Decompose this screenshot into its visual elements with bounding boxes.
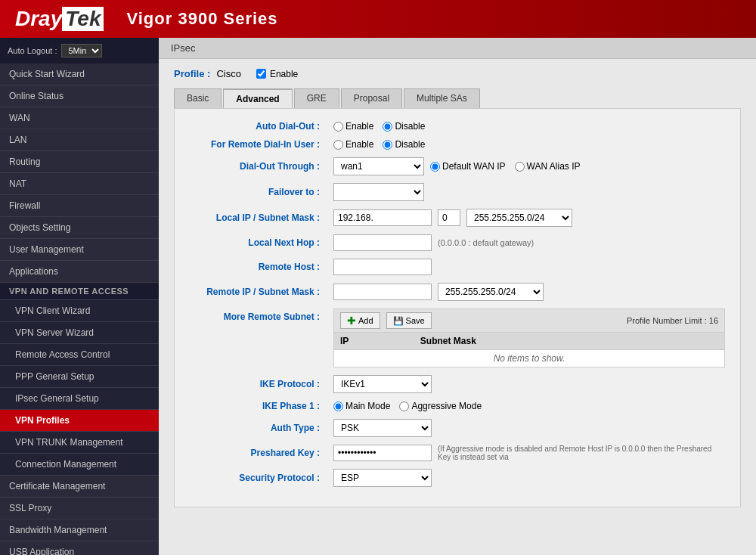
subnet-toolbar-left: ✚ Add 💾 Save xyxy=(340,312,432,329)
security-protocol-select[interactable]: ESP xyxy=(333,469,432,487)
logo-dray: Dray xyxy=(15,7,62,31)
remote-dial-in-disable-label: Disable xyxy=(395,139,425,150)
sidebar-item-lan[interactable]: LAN xyxy=(0,129,159,151)
tab-advanced[interactable]: Advanced xyxy=(223,88,292,108)
row-security-protocol: Security Protocol : ESP xyxy=(190,469,725,487)
dial-out-through-select[interactable]: wan1 xyxy=(333,157,424,175)
auto-dial-out-enable-radio[interactable] xyxy=(333,122,343,132)
header: DrayTek Vigor 3900 Series xyxy=(0,0,756,38)
sidebar-item-ssl-proxy[interactable]: SSL Proxy xyxy=(0,498,159,519)
row-failover: Failover to : xyxy=(190,183,725,201)
local-ip-field[interactable] xyxy=(333,209,432,226)
add-label: Add xyxy=(358,316,373,325)
sidebar-item-remote-access-control[interactable]: Remote Access Control xyxy=(0,344,159,366)
row-ike-phase1: IKE Phase 1 : Main Mode Aggressive Mode xyxy=(190,401,725,411)
sidebar-item-quick-start[interactable]: Quick Start Wizard xyxy=(0,64,159,85)
aggressive-mode-radio[interactable] xyxy=(399,402,409,411)
dial-out-through-label: Dial-Out Through : xyxy=(190,161,326,172)
sidebar-item-vpn-client-wizard[interactable]: VPN Client Wizard xyxy=(0,300,159,322)
subnet-table: IP Subnet Mask No items to show. xyxy=(334,333,724,367)
remote-dial-in-enable-radio[interactable] xyxy=(333,140,343,150)
row-auth-type: Auth Type : PSK xyxy=(190,419,725,437)
tabs: Basic Advanced GRE Proposal Multiple SAs xyxy=(174,88,741,108)
local-ip-suffix-field[interactable] xyxy=(438,209,460,226)
tab-multiple-sas[interactable]: Multiple SAs xyxy=(404,88,480,108)
remote-ip-field[interactable]: 192.168.1.0 xyxy=(333,284,432,300)
sidebar-item-ppp-general-setup[interactable]: PPP General Setup xyxy=(0,366,159,388)
ike-protocol-label: IKE Protocol : xyxy=(190,379,326,389)
sidebar-item-firewall[interactable]: Firewall xyxy=(0,195,159,217)
sidebar-item-ipsec-general-setup[interactable]: IPsec General Setup xyxy=(0,388,159,410)
local-ip-label: Local IP / Subnet Mask : xyxy=(190,212,326,223)
sidebar-item-nat[interactable]: NAT xyxy=(0,173,159,195)
auth-type-label: Auth Type : xyxy=(190,423,326,433)
ike-protocol-select[interactable]: IKEv1 xyxy=(333,375,432,393)
preshared-key-hint: (If Aggressive mode is disabled and Remo… xyxy=(438,445,725,461)
more-remote-label: More Remote Subnet : xyxy=(190,309,326,322)
content-area: Profile : Cisco Enable Basic Advanced GR… xyxy=(159,59,756,516)
remote-dial-in-label: For Remote Dial-In User : xyxy=(190,139,326,150)
security-protocol-control: ESP xyxy=(333,469,725,487)
main-mode-label: Main Mode xyxy=(345,401,390,411)
remote-dial-in-disable-item: Disable xyxy=(383,139,425,150)
sidebar-item-usb-application[interactable]: USB Application xyxy=(0,541,159,555)
row-remote-dial-in: For Remote Dial-In User : Enable Disable xyxy=(190,139,725,150)
local-next-hop-field[interactable]: 0.0.0.0 xyxy=(333,234,432,251)
sidebar-item-user-management[interactable]: User Management xyxy=(0,239,159,261)
save-button[interactable]: 💾 Save xyxy=(386,312,432,329)
enable-checkbox[interactable] xyxy=(256,69,266,79)
default-wan-ip-item: Default WAN IP xyxy=(430,161,506,172)
sidebar-item-applications[interactable]: Applications xyxy=(0,261,159,283)
row-ike-protocol: IKE Protocol : IKEv1 xyxy=(190,375,725,393)
sidebar-item-vpn-trunk[interactable]: VPN TRUNK Management xyxy=(0,432,159,454)
subnet-toolbar: ✚ Add 💾 Save Profile Number Limit : 16 xyxy=(334,309,724,333)
sidebar-item-wan[interactable]: WAN xyxy=(0,107,159,129)
sidebar-item-connection-management[interactable]: Connection Management xyxy=(0,454,159,476)
remote-mask-select[interactable]: 255.255.255.0/24 xyxy=(438,283,544,301)
main-mode-radio[interactable] xyxy=(333,402,343,411)
remote-host-field[interactable]: 0.0.0.0 xyxy=(333,259,432,275)
security-protocol-label: Security Protocol : xyxy=(190,473,326,483)
failover-control xyxy=(333,183,725,201)
sidebar-item-objects-setting[interactable]: Objects Setting xyxy=(0,217,159,239)
preshared-key-control: (If Aggressive mode is disabled and Remo… xyxy=(333,445,725,461)
local-next-hop-control: 0.0.0.0 (0.0.0.0 : default gateway) xyxy=(333,234,725,251)
preshared-key-field[interactable] xyxy=(333,445,432,461)
tab-basic[interactable]: Basic xyxy=(174,88,222,108)
sidebar-item-routing[interactable]: Routing xyxy=(0,151,159,173)
remote-dial-in-disable-radio[interactable] xyxy=(383,140,392,150)
add-button[interactable]: ✚ Add xyxy=(340,312,380,329)
row-remote-host: Remote Host : 0.0.0.0 xyxy=(190,259,725,275)
auto-dial-out-enable-label: Enable xyxy=(345,121,373,132)
auto-logout-select[interactable]: 5Min xyxy=(61,44,102,57)
sidebar-item-certificate-management[interactable]: Certificate Management xyxy=(0,476,159,498)
sidebar-item-vpn-profiles[interactable]: VPN Profiles xyxy=(0,410,159,432)
sidebar-item-vpn-server-wizard[interactable]: VPN Server Wizard xyxy=(0,322,159,344)
local-mask-select[interactable]: 255.255.255.0/24 xyxy=(466,209,572,227)
sidebar-section-vpn: VPN and Remote Access xyxy=(0,283,159,300)
col-mask: Subnet Mask xyxy=(414,333,677,350)
remote-dial-in-radio-group: Enable Disable xyxy=(333,139,425,150)
tab-proposal[interactable]: Proposal xyxy=(341,88,402,108)
sidebar-item-bandwidth-management[interactable]: Bandwidth Management xyxy=(0,519,159,541)
wan-alias-ip-radio[interactable] xyxy=(515,162,525,172)
auth-type-select[interactable]: PSK xyxy=(333,419,432,437)
local-next-hop-hint: (0.0.0.0 : default gateway) xyxy=(438,238,534,247)
col-ip: IP xyxy=(334,333,414,350)
sidebar-item-online-status[interactable]: Online Status xyxy=(0,85,159,107)
failover-label: Failover to : xyxy=(190,187,326,197)
page-header: IPsec xyxy=(159,38,756,59)
auto-dial-out-label: Auto Dial-Out : xyxy=(190,121,326,132)
logo-vigor: Vigor 3900 Series xyxy=(126,9,277,29)
local-ip-control: 255.255.255.0/24 xyxy=(333,209,725,227)
default-wan-ip-radio[interactable] xyxy=(430,162,440,172)
breadcrumb: IPsec xyxy=(171,42,196,54)
profile-section: Profile : Cisco Enable xyxy=(174,68,741,79)
subnet-container: ✚ Add 💾 Save Profile Number Limit : 16 xyxy=(333,309,725,367)
main-content: IPsec Profile : Cisco Enable Basic Advan… xyxy=(159,38,756,555)
logo: DrayTek Vigor 3900 Series xyxy=(15,7,278,31)
failover-select[interactable] xyxy=(333,183,424,201)
auto-dial-out-disable-radio[interactable] xyxy=(383,122,392,132)
row-more-remote-subnet: More Remote Subnet : ✚ Add 💾 Save xyxy=(190,309,725,367)
tab-gre[interactable]: GRE xyxy=(294,88,339,108)
